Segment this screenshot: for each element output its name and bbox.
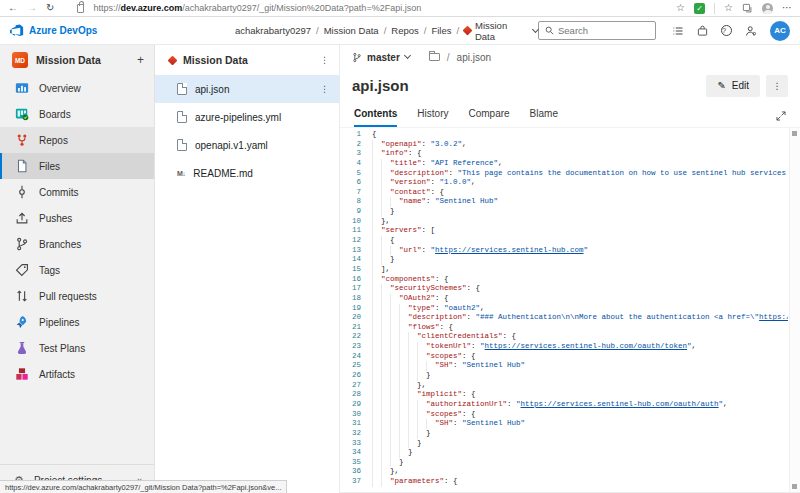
help-icon[interactable]: ? [721, 25, 732, 36]
indent-guide [372, 236, 381, 246]
marketplace-bag-icon[interactable] [697, 25, 708, 37]
file-item[interactable]: openapi.v1.yaml [155, 131, 339, 159]
sidebar-item-artifacts[interactable]: Artifacts [0, 361, 154, 387]
indent-guide [399, 439, 408, 449]
indent-guide [381, 159, 390, 169]
pipelines-icon [14, 315, 29, 330]
indent-guide [399, 448, 408, 458]
code-token: "type" [408, 304, 435, 312]
favorites-bar-icon[interactable]: ☆ [724, 3, 733, 13]
work-items-icon[interactable] [672, 25, 684, 37]
commits-icon [14, 185, 29, 200]
edit-button[interactable]: ✎ Edit [706, 75, 760, 97]
search-box[interactable] [538, 21, 656, 40]
indent-guide [381, 458, 390, 468]
editor-scrollbar[interactable] [789, 128, 800, 492]
fullscreen-icon[interactable] [776, 111, 786, 121]
pencil-icon: ✎ [717, 80, 725, 91]
favorite-star-icon[interactable]: ☆ [676, 3, 685, 13]
file-more-icon[interactable]: ⋮ [320, 85, 329, 94]
pull-requests-icon [14, 289, 29, 304]
code-line: 16"components": { [340, 275, 788, 285]
code-token: : { [435, 294, 449, 302]
add-project-icon[interactable]: + [137, 53, 144, 67]
breadcrumb-item-achakrabarty0297[interactable]: achakrabarty0297 [235, 25, 311, 36]
line-number: 37 [340, 477, 372, 487]
code-token: "securitySchemes" [390, 284, 467, 292]
repo-selector[interactable]: Mission Data [464, 20, 538, 42]
sidebar-item-branches[interactable]: Branches [0, 231, 154, 257]
breadcrumb-item-repos[interactable]: Repos [391, 25, 418, 36]
address-url[interactable]: https://dev.azure.com/achakrabarty0297/_… [93, 3, 667, 13]
sidebar-item-pushes[interactable]: Pushes [0, 205, 154, 231]
tab-compare[interactable]: Compare [468, 108, 509, 127]
browser-profile-icon[interactable] [762, 3, 773, 14]
search-input[interactable] [558, 25, 638, 36]
tab-blame[interactable]: Blame [530, 108, 558, 127]
browser-menu-icon[interactable]: ⋯ [782, 3, 792, 13]
code-link[interactable]: https://docs.sentinel-hub.com [759, 313, 788, 321]
document-file-icon [177, 83, 187, 95]
line-number: 18 [340, 294, 372, 304]
file-item[interactable]: M↓README.md [155, 159, 339, 187]
indent-guide [372, 265, 381, 275]
indent-guide [408, 390, 417, 400]
browser-forward-icon[interactable]: → [27, 3, 37, 13]
browser-back-icon[interactable]: ← [8, 3, 18, 13]
breadcrumb-item-files[interactable]: Files [431, 25, 451, 36]
file-item[interactable]: api.json⋮ [155, 75, 339, 103]
project-header[interactable]: MD Mission Data + [0, 45, 154, 75]
line-number: 6 [340, 178, 372, 188]
code-text: "SH": "Sentinel Hub" [372, 419, 788, 429]
tab-contents[interactable]: Contents [354, 108, 397, 127]
breadcrumb: achakrabarty0297/Mission Data/Repos/File… [235, 20, 538, 42]
code-text: }, [372, 381, 788, 391]
sidebar-item-overview[interactable]: Overview [0, 75, 154, 101]
file-tree-header[interactable]: Mission Data ⋮ [155, 45, 339, 75]
code-token: }, [390, 467, 399, 475]
code-token: { [372, 130, 377, 138]
sidebar-item-pipelines[interactable]: Pipelines [0, 309, 154, 335]
collections-icon[interactable] [742, 3, 753, 14]
code-link[interactable]: https://services.sentinel-hub.com/oauth/… [485, 342, 688, 350]
code-line: 26} [340, 371, 788, 381]
code-line: 30"scopes": { [340, 410, 788, 420]
browser-refresh-icon[interactable]: ↻ [46, 3, 54, 13]
user-settings-icon[interactable] [745, 25, 757, 37]
breadcrumb-item-mission-data[interactable]: Mission Data [324, 25, 379, 36]
user-avatar[interactable]: AC [770, 21, 790, 41]
sidebar-item-boards[interactable]: Boards [0, 101, 154, 127]
sidebar-item-commits[interactable]: Commits [0, 179, 154, 205]
line-number: 34 [340, 448, 372, 458]
indent-guide [390, 294, 399, 304]
sidebar-item-repos[interactable]: Repos [0, 127, 154, 153]
breadcrumb-separator: / [316, 25, 319, 36]
sidebar-item-test-plans[interactable]: Test Plans [0, 335, 154, 361]
code-link[interactable]: https://services.sentinel-hub.com [435, 246, 584, 254]
sidebar-item-files[interactable]: Files [0, 153, 154, 179]
sidebar-item-tags[interactable]: Tags [0, 257, 154, 283]
folder-icon[interactable] [429, 53, 440, 61]
sidebar-item-label: Branches [39, 239, 81, 250]
artifacts-icon [14, 367, 29, 382]
code-token: , [480, 304, 485, 312]
azure-devops-home-link[interactable]: Azure DevOps [10, 24, 235, 38]
indent-guide [399, 381, 408, 391]
browser-address-bar: ← → ↻ https://dev.azure.com/achakrabarty… [0, 0, 800, 17]
code-link[interactable]: https://services.sentinel-hub.com/oauth/… [521, 400, 719, 408]
indent-guide [381, 419, 390, 429]
extension-icon[interactable]: ✓ [694, 3, 705, 14]
scroll-bottom-block [792, 484, 797, 489]
file-more-button[interactable]: ⋮ [766, 75, 788, 97]
tab-history[interactable]: History [417, 108, 448, 127]
repo-diamond-icon [463, 26, 473, 36]
repo-more-icon[interactable]: ⋮ [320, 56, 329, 65]
file-item[interactable]: azure-pipelines.yml [155, 103, 339, 131]
indent-guide [417, 342, 426, 352]
code-line: 14} [340, 255, 788, 265]
indent-guide [381, 197, 390, 207]
branch-selector[interactable]: master [352, 52, 410, 63]
indent-guide [372, 226, 381, 236]
sidebar-item-pull-requests[interactable]: Pull requests [0, 283, 154, 309]
code-token: , [723, 400, 728, 408]
